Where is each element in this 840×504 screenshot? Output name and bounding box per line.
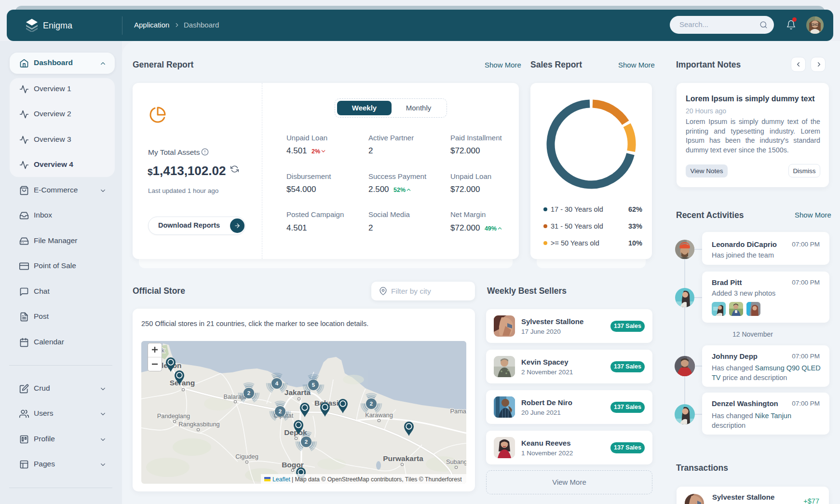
svg-text:2: 2	[305, 439, 308, 445]
svg-text:5: 5	[312, 382, 315, 388]
svg-text:2: 2	[370, 401, 373, 407]
svg-text:4: 4	[275, 381, 279, 386]
svg-text:Subang: Subang	[446, 458, 466, 465]
svg-text:Pama: Pama	[450, 408, 466, 415]
svg-text:2: 2	[279, 409, 282, 414]
svg-text:Pandeglang: Pandeglang	[157, 412, 190, 420]
svg-text:2: 2	[247, 390, 250, 396]
svg-text:| Map data © OpenStreetMap con: | Map data © OpenStreetMap contributors,…	[292, 476, 462, 483]
svg-text:Cigudeg: Cigudeg	[235, 453, 258, 460]
svg-text:Karawang: Karawang	[365, 411, 393, 419]
svg-text:Rangkasbitung: Rangkasbitung	[178, 421, 219, 428]
svg-text:Leaflet: Leaflet	[272, 476, 291, 483]
svg-text:Purwakarta: Purwakarta	[383, 454, 423, 463]
